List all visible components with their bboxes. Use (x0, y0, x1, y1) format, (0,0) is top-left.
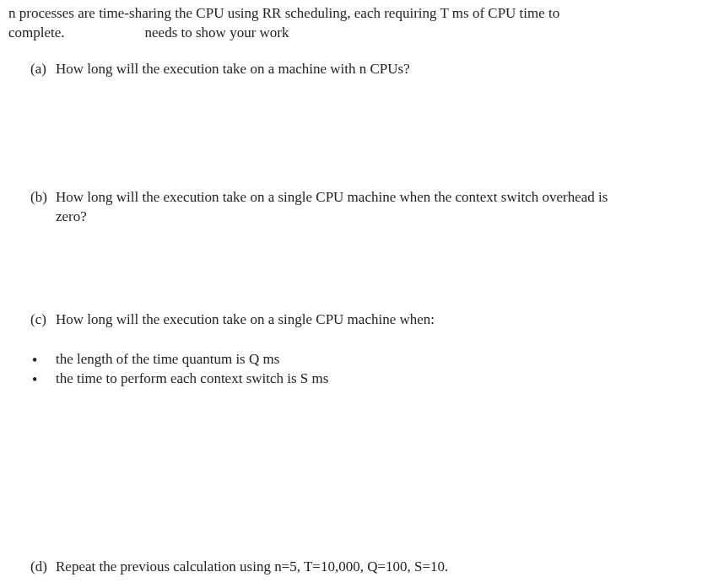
question-d: (d) Repeat the previous calculation usin… (8, 558, 688, 577)
question-c: (c) How long will the execution take on … (8, 310, 688, 330)
question-b-label: (b) (30, 188, 47, 208)
question-c-label: (c) (30, 310, 46, 330)
question-c-bullets: the length of the time quantum is Q ms t… (8, 350, 688, 389)
question-a: (a) How long will the execution take on … (8, 60, 688, 79)
question-b: (b) How long will the execution take on … (8, 188, 688, 227)
intro-line-2: complete.needs to show your work (8, 24, 688, 43)
answer-space-c (8, 389, 688, 558)
problem-intro: n processes are time-sharing the CPU usi… (8, 4, 688, 43)
intro-complete: complete. (8, 24, 65, 40)
intro-needs-work: needs to show your work (145, 24, 289, 40)
answer-space-b (8, 247, 688, 310)
question-a-label: (a) (30, 60, 46, 79)
question-c-text: How long will the execution take on a si… (56, 311, 435, 327)
bullet-context-switch: the time to perform each context switch … (30, 370, 688, 389)
intro-line-1: n processes are time-sharing the CPU usi… (8, 4, 688, 24)
bullet-quantum: the length of the time quantum is Q ms (30, 350, 688, 370)
answer-space-a (8, 100, 688, 188)
question-b-text-1: How long will the execution take on a si… (56, 189, 608, 205)
question-b-text-2: zero? (56, 208, 688, 227)
question-a-text: How long will the execution take on a ma… (56, 61, 410, 77)
document-body: n processes are time-sharing the CPU usi… (0, 0, 713, 576)
question-d-label: (d) (30, 558, 47, 577)
question-d-text: Repeat the previous calculation using n=… (56, 558, 448, 575)
